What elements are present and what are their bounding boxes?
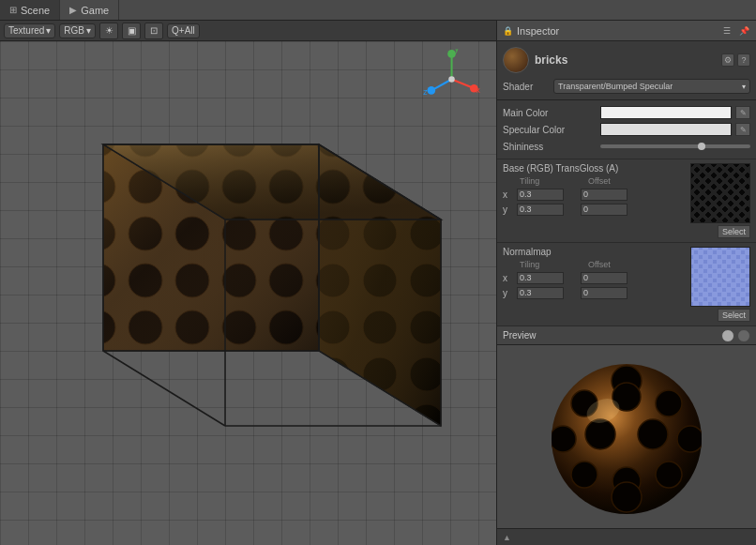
inspector-panel: 🔒 Inspector ☰ 📌 bricks ⚙ ? Shade [497, 21, 756, 545]
toggle-btn[interactable]: ⊡ [144, 23, 163, 39]
main-color-picker-btn[interactable]: ✎ [735, 106, 750, 119]
normalmap-x-row: x [503, 270, 687, 285]
material-header: bricks ⚙ ? [503, 47, 750, 73]
preview-btn-2[interactable] [737, 329, 750, 342]
normalmap-offset-header: Offset [588, 260, 640, 269]
svg-text:y: y [455, 49, 460, 53]
svg-point-41 [656, 462, 682, 488]
normalmap-x-offset-input[interactable] [581, 272, 627, 284]
normalmap-right: Select [690, 247, 750, 322]
base-offset-header: Offset [588, 176, 640, 186]
svg-line-25 [433, 80, 452, 90]
base-y-label: y [503, 204, 514, 215]
normalmap-y-row: y [503, 285, 687, 300]
scene-viewport: y x z [0, 41, 496, 545]
base-texture-right: Select [690, 163, 750, 238]
color-mode-label: RGB [64, 25, 84, 36]
preview-title: Preview [503, 330, 721, 341]
search-placeholder: Q+All [172, 25, 195, 36]
base-y-offset-input[interactable] [581, 204, 627, 216]
props-section: Main Color ✎ Specular Color ✎ Shininess [497, 100, 756, 159]
material-help-btn[interactable]: ? [737, 53, 750, 67]
shininess-thumb [698, 143, 705, 150]
specular-color-swatch[interactable] [600, 123, 732, 136]
bottom-icon: ▲ [503, 533, 511, 542]
shininess-label: Shininess [503, 142, 597, 152]
base-tiling-section: Base (RGB) TransGloss (A) Tiling Offset … [503, 163, 687, 238]
color-mode-dropdown[interactable]: RGB ▾ [59, 23, 96, 38]
search-box[interactable]: Q+All [167, 23, 200, 38]
svg-point-28 [448, 76, 455, 83]
base-x-offset-input[interactable] [581, 189, 627, 201]
normalmap-x-tiling-input[interactable] [517, 272, 564, 284]
shader-dropdown[interactable]: Transparent/Bumped Specular ▾ [553, 79, 750, 94]
scene-panel: Textured ▾ RGB ▾ ☀ ▣ ⊡ Q+All [0, 21, 497, 545]
gizmo-svg: y x z [421, 49, 482, 110]
svg-point-36 [585, 419, 615, 449]
preview-btn-1[interactable] [721, 329, 734, 342]
base-select-btn[interactable]: Select [718, 225, 750, 238]
lock-icon: 🔒 [503, 26, 513, 36]
main-color-label: Main Color [503, 108, 597, 118]
svg-point-38 [677, 426, 703, 452]
main-area: Textured ▾ RGB ▾ ☀ ▣ ⊡ Q+All [0, 21, 756, 545]
base-y-row: y [503, 202, 687, 217]
inspector-menu-btn[interactable]: ☰ [720, 24, 733, 38]
tab-scene[interactable]: ⊞ Scene [0, 0, 60, 20]
image-btn[interactable]: ▣ [122, 23, 141, 39]
cube-svg [28, 69, 450, 529]
specular-color-row: Specular Color ✎ [503, 121, 750, 138]
svg-point-39 [571, 462, 597, 488]
svg-line-16 [103, 351, 225, 426]
svg-point-37 [638, 419, 668, 449]
shader-arrow: ▾ [742, 83, 746, 91]
inspector-icons: ☰ 📌 [720, 24, 750, 38]
main-color-swatch[interactable] [600, 106, 732, 119]
sun-btn[interactable]: ☀ [99, 23, 118, 39]
svg-line-22 [452, 80, 473, 88]
material-icons-right: ⚙ ? [721, 53, 750, 67]
normalmap-tiling-section: Normalmap Tiling Offset x y [503, 247, 687, 322]
normalmap-label: Normalmap [503, 247, 687, 257]
view-mode-arrow: ▾ [46, 25, 51, 36]
normalmap-y-offset-input[interactable] [581, 287, 627, 299]
bottom-bar: ▲ [497, 528, 756, 545]
base-x-tiling-input[interactable] [517, 189, 564, 201]
shader-label: Shader [503, 82, 550, 92]
inspector-pin-btn[interactable]: 📌 [737, 24, 750, 38]
preview-viewport [497, 345, 756, 528]
shader-row: Shader Transparent/Bumped Specular ▾ [503, 79, 750, 94]
shader-value: Transparent/Bumped Specular [558, 82, 673, 91]
base-x-label: x [503, 189, 514, 200]
shininess-slider[interactable] [600, 144, 750, 148]
svg-point-26 [428, 86, 436, 95]
shininess-slider-container [600, 144, 750, 148]
preview-icons [721, 329, 750, 342]
specular-color-picker-btn[interactable]: ✎ [735, 123, 750, 136]
normalmap-thumb[interactable] [690, 247, 750, 307]
normalmap-y-tiling-input[interactable] [517, 287, 564, 299]
view-mode-dropdown[interactable]: Textured ▾ [4, 23, 55, 38]
tab-game[interactable]: ▶ Game [60, 0, 119, 20]
base-y-tiling-input[interactable] [517, 204, 564, 216]
svg-text:z: z [423, 87, 428, 97]
material-icon [503, 47, 529, 73]
scene-tab-icon: ⊞ [9, 5, 17, 15]
material-section: bricks ⚙ ? Shader Transparent/Bumped Spe… [497, 41, 756, 100]
color-mode-arrow: ▾ [86, 25, 91, 36]
svg-point-35 [550, 426, 576, 452]
inspector-title: Inspector [517, 25, 720, 37]
view-mode-label: Textured [8, 25, 44, 36]
base-texture-thumb[interactable] [690, 163, 750, 223]
normalmap-x-label: x [503, 273, 514, 283]
normalmap-section: Normalmap Tiling Offset x y [497, 243, 756, 326]
normalmap-select-btn[interactable]: Select [718, 309, 750, 322]
scene-tab-label: Scene [21, 5, 50, 16]
inspector-scroll[interactable]: bricks ⚙ ? Shader Transparent/Bumped Spe… [497, 41, 756, 528]
main-color-row: Main Color ✎ [503, 104, 750, 121]
base-x-row: x [503, 187, 687, 202]
normalmap-y-label: y [503, 288, 514, 298]
svg-point-34 [656, 390, 682, 416]
material-settings-btn[interactable]: ⚙ [721, 53, 734, 67]
game-tab-icon: ▶ [69, 5, 77, 15]
